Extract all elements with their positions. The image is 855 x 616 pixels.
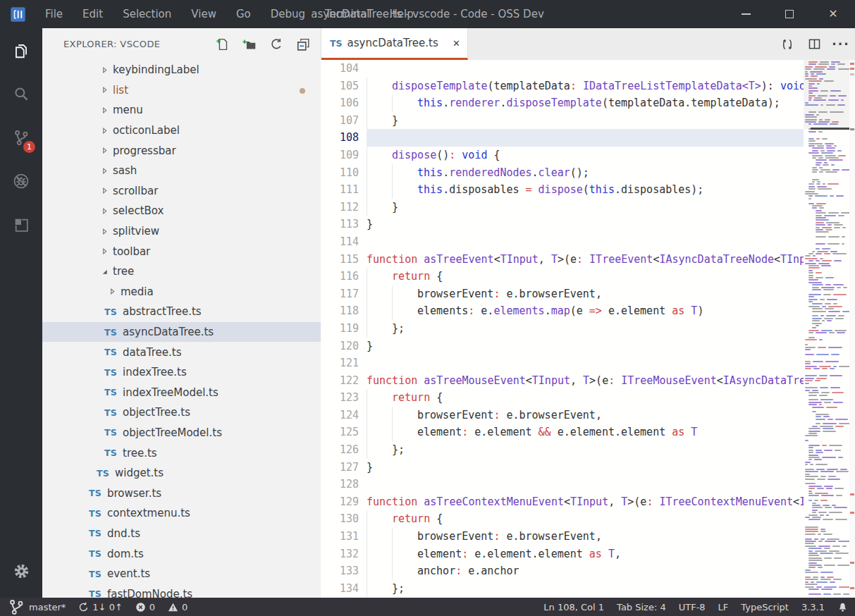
menu-help[interactable]: Help	[379, 0, 423, 28]
line-number[interactable]: 131	[321, 528, 359, 546]
menu-file[interactable]: File	[35, 0, 73, 28]
code-line-128[interactable]: 128	[321, 476, 804, 493]
new-file-button[interactable]	[215, 37, 230, 52]
code-line-122[interactable]: 122function asTreeMouseEvent<TInput, T>(…	[321, 372, 804, 390]
activity-extensions[interactable]	[0, 203, 42, 247]
code-line-124[interactable]: 124browserEvent: e.browserEvent,	[321, 407, 804, 424]
line-number[interactable]: 109	[321, 147, 359, 164]
menu-terminal[interactable]: Terminal	[315, 0, 379, 28]
code-line-131[interactable]: 131browserEvent: e.browserEvent,	[321, 528, 804, 546]
more-actions-button[interactable]: ···	[832, 36, 849, 53]
code-line-123[interactable]: 123return {	[321, 389, 804, 407]
status-notifications[interactable]	[837, 602, 848, 612]
code-line-108[interactable]: 108	[321, 129, 804, 147]
line-number[interactable]: 130	[321, 510, 359, 528]
tree-item-tree[interactable]: tree	[42, 261, 321, 282]
line-number[interactable]: 132	[321, 546, 359, 563]
line-number[interactable]: 115	[321, 251, 359, 269]
split-editor-button[interactable]	[806, 36, 823, 53]
tree-item-objectTreeModel-ts[interactable]: TSobjectTreeModel.ts	[42, 423, 321, 443]
minimize-button[interactable]	[724, 0, 768, 28]
line-number[interactable]: 117	[321, 285, 359, 303]
status-language[interactable]: TypeScript	[741, 602, 789, 612]
close-button[interactable]: ✕	[811, 0, 855, 28]
tree-item-abstractTree-ts[interactable]: TSabstractTree.ts	[42, 302, 321, 322]
collapse-all-button[interactable]	[295, 37, 311, 52]
code-line-118[interactable]: 118elements: e.elements.map(e => e.eleme…	[321, 302, 804, 320]
tree-item-dnd-ts[interactable]: TSdnd.ts	[42, 524, 321, 544]
line-number[interactable]: 129	[321, 493, 359, 511]
status-eol[interactable]: LF	[718, 602, 729, 612]
code-line-105[interactable]: 105disposeTemplate(templateData: IDataTr…	[321, 78, 804, 95]
code-line-126[interactable]: 126};	[321, 441, 804, 459]
code-line-110[interactable]: 110this.renderedNodes.clear();	[321, 164, 804, 182]
code-line-116[interactable]: 116return {	[321, 268, 804, 285]
tree-item-contextmenu-ts[interactable]: TScontextmenu.ts	[42, 503, 321, 524]
tab-asyncdatatree[interactable]: TS asyncDataTree.ts ✕	[321, 28, 468, 60]
tree-item-media[interactable]: media	[42, 282, 321, 302]
code-line-109[interactable]: 109dispose(): void {	[321, 147, 804, 164]
status-indentation[interactable]: Tab Size: 4	[617, 602, 666, 612]
tree-item-progressbar[interactable]: progressbar	[42, 140, 321, 161]
activity-settings[interactable]	[0, 553, 42, 589]
line-number[interactable]: 134	[321, 580, 359, 598]
status-errors[interactable]: 0	[135, 602, 155, 612]
activity-debug[interactable]	[0, 159, 42, 203]
tree-item-toolbar[interactable]: toolbar	[42, 241, 321, 261]
code-line-133[interactable]: 133anchor: e.anchor	[321, 562, 804, 580]
overview-ruler[interactable]	[849, 60, 855, 598]
new-folder-button[interactable]	[242, 37, 257, 52]
code-line-113[interactable]: 113}	[321, 216, 804, 233]
status-version[interactable]: 3.3.1	[801, 602, 825, 612]
activity-search[interactable]	[0, 72, 42, 116]
line-number[interactable]: 125	[321, 424, 359, 441]
status-warnings[interactable]: 0	[168, 602, 187, 612]
tree-item-objectTree-ts[interactable]: TSobjectTree.ts	[42, 402, 321, 423]
open-changes-button[interactable]	[779, 36, 796, 53]
line-number[interactable]: 120	[321, 338, 359, 355]
line-number[interactable]: 124	[321, 407, 359, 424]
line-number[interactable]: 105	[321, 78, 359, 95]
line-number[interactable]: 127	[321, 459, 359, 476]
code-line-132[interactable]: 132element: e.element.element as T,	[321, 546, 804, 563]
line-number[interactable]: 119	[321, 320, 359, 338]
status-sync[interactable]: 1↓ 0↑	[78, 602, 122, 612]
tree-item-indexTree-ts[interactable]: TSindexTree.ts	[42, 362, 321, 383]
code-line-114[interactable]: 114	[321, 233, 804, 251]
code-line-112[interactable]: 112}	[321, 199, 804, 216]
tree-item-keybindingLabel[interactable]: keybindingLabel	[42, 60, 321, 80]
tree-item-octiconLabel[interactable]: octiconLabel	[42, 121, 321, 141]
code-line-134[interactable]: 134};	[321, 580, 804, 598]
code-line-120[interactable]: 120}	[321, 338, 804, 355]
line-number[interactable]: 128	[321, 476, 359, 493]
tree-item-menu[interactable]: menu	[42, 100, 321, 121]
activity-explorer[interactable]	[0, 28, 42, 72]
code-line-119[interactable]: 119};	[321, 320, 804, 338]
code-line-111[interactable]: 111this.disposables = dispose(this.dispo…	[321, 181, 804, 199]
line-number[interactable]: 123	[321, 389, 359, 407]
tree-item-dataTree-ts[interactable]: TSdataTree.ts	[42, 342, 321, 362]
tree-item-sash[interactable]: sash	[42, 161, 321, 181]
tree-item-tree-ts[interactable]: TStree.ts	[42, 443, 321, 463]
tree-item-splitview[interactable]: splitview	[42, 221, 321, 242]
code-line-125[interactable]: 125element: e.element && e.element.eleme…	[321, 424, 804, 441]
tab-close-icon[interactable]: ✕	[453, 38, 460, 49]
menu-go[interactable]: Go	[226, 0, 261, 28]
line-number[interactable]: 107	[321, 112, 359, 130]
code-line-115[interactable]: 115function asTreeEvent<TInput, T>(e: IT…	[321, 251, 804, 269]
line-number[interactable]: 122	[321, 372, 359, 390]
code-line-106[interactable]: 106this.renderer.disposeTemplate(templat…	[321, 94, 804, 112]
maximize-button[interactable]	[768, 0, 811, 28]
tree-item-asyncDataTree-ts[interactable]: TSasyncDataTree.ts	[42, 322, 321, 343]
refresh-button[interactable]	[269, 37, 284, 52]
tree-item-selectBox[interactable]: selectBox	[42, 201, 321, 221]
tree-item-list[interactable]: list	[42, 80, 321, 101]
tree-item-widget-ts[interactable]: TSwidget.ts	[42, 463, 321, 483]
tree-item-fastDomNode-ts[interactable]: TSfastDomNode.ts	[42, 584, 321, 598]
line-number[interactable]: 110	[321, 164, 359, 182]
code-line-130[interactable]: 130return {	[321, 510, 804, 528]
tree-item-scrollbar[interactable]: scrollbar	[42, 181, 321, 202]
line-number[interactable]: 111	[321, 181, 359, 199]
code-line-121[interactable]: 121	[321, 355, 804, 372]
line-number[interactable]: 108	[321, 129, 359, 147]
